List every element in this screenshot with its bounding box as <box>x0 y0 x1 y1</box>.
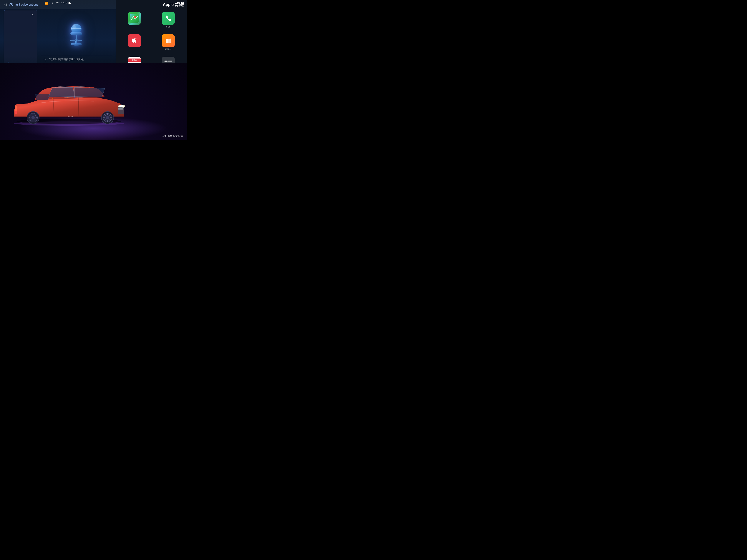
svg-rect-9 <box>75 41 77 45</box>
close-button[interactable]: ✕ <box>31 12 34 17</box>
books-app-wrapper: 有声书 <box>152 34 184 51</box>
maps-app-wrapper <box>119 12 150 28</box>
phone-label: 电话 <box>166 26 170 28</box>
calendar-header: 星期五 <box>128 58 141 62</box>
ting-character: 听 <box>132 37 137 44</box>
microphone-icon <box>65 20 87 48</box>
svg-point-41 <box>31 116 35 119</box>
temperature-display: 21° <box>56 2 59 5</box>
watermark-prefix: 头条 @ <box>161 134 170 137</box>
divider1: / <box>49 2 50 5</box>
svg-point-53 <box>74 97 75 98</box>
wifi-icon: 📶 <box>45 2 48 5</box>
car-image: 威朗 Pro <box>0 63 139 134</box>
svg-point-52 <box>67 98 68 98</box>
svg-point-30 <box>106 116 109 119</box>
back-icon[interactable]: ◁ <box>4 2 6 7</box>
carplay-time: 13:13 <box>176 1 184 5</box>
watermark: 头条 @懂车帝报道 <box>161 134 183 138</box>
dialog-box: ✕ ✓ <box>4 10 37 70</box>
center-status-bar: 📶 / 🌡 21° / 13:06 <box>45 1 71 5</box>
info-text-area: i 该设置指定语音提示的对话风格。 <box>41 55 112 63</box>
phone-app-icon[interactable] <box>162 12 175 25</box>
carplay-panel: Apple CarP 13:13 ▌▌▌ 4G <box>116 0 187 67</box>
carplay-signal: ▌▌▌ 4G <box>176 5 184 7</box>
time-display: 13:06 <box>63 1 71 5</box>
info-description: 该设置指定语音提示的对话风格。 <box>49 58 85 61</box>
top-bar-left: ◁ VR multi-voice options <box>4 2 38 7</box>
books-svg <box>164 37 172 45</box>
info-icon: i <box>44 58 47 61</box>
svg-rect-17 <box>168 60 172 62</box>
phone-svg <box>164 15 172 22</box>
svg-text:威朗 Pro: 威朗 Pro <box>68 115 73 117</box>
carplay-status: 13:13 ▌▌▌ 4G <box>176 1 184 7</box>
svg-point-24 <box>119 105 124 107</box>
left-panel: ◁ VR multi-voice options 📶 / 🌡 21° / 13:… <box>0 0 116 67</box>
thermometer-icon: 🌡 <box>52 2 54 5</box>
mic-svg <box>65 20 87 50</box>
books-label: 有声书 <box>165 48 171 51</box>
ting-app-wrapper: 听 <box>119 34 150 51</box>
maps-app-icon[interactable] <box>128 12 141 25</box>
car-scene: 威朗 Pro <box>0 63 187 140</box>
books-app-icon[interactable] <box>162 34 175 47</box>
svg-point-55 <box>96 99 97 99</box>
screen-overlay: ◁ VR multi-voice options 📶 / 🌡 21° / 13:… <box>0 0 187 67</box>
svg-point-54 <box>85 98 85 98</box>
divider2: / <box>61 2 62 5</box>
vr-options-title: VR multi-voice options <box>9 3 38 6</box>
maps-svg <box>130 14 139 23</box>
ting-app-icon[interactable]: 听 <box>128 34 141 47</box>
phone-app-wrapper: 电话 <box>152 12 184 28</box>
watermark-account: 懂车帝报道 <box>170 134 183 137</box>
svg-rect-14 <box>164 60 168 62</box>
svg-point-51 <box>52 98 53 99</box>
svg-point-12 <box>134 16 136 18</box>
svg-rect-26 <box>118 108 123 109</box>
